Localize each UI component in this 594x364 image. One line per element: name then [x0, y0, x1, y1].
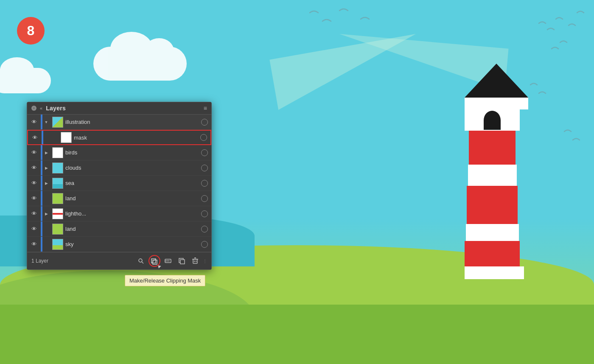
eye-icon-sky[interactable]: 👁	[27, 241, 41, 247]
step-badge: 8	[17, 17, 45, 45]
eye-icon-mask[interactable]: 👁	[28, 134, 42, 141]
lighthouse-window-band	[465, 109, 520, 131]
panel-title-area: × « Layers	[31, 105, 66, 112]
blue-bar-sky	[41, 237, 42, 252]
new-layer-button[interactable]	[176, 255, 188, 267]
svg-rect-10	[193, 259, 197, 263]
expand-arrow-lighthouse[interactable]: ▶	[42, 212, 50, 216]
thumb-land2	[52, 224, 63, 235]
panel-menu-icon[interactable]: ≡	[204, 105, 207, 112]
layers-list: 👁 ▼ illustration 👁 ▶ mask 👁 ▶	[27, 115, 211, 252]
layer-row-mask[interactable]: 👁 ▶ mask	[27, 130, 211, 145]
layer-name-land2: land	[65, 226, 198, 232]
lighthouse-white2	[468, 165, 517, 186]
circle-target-land1	[201, 195, 208, 202]
tooltip-clipping-mask: Make/Release Clipping Mask	[125, 275, 205, 286]
layer-row-birds[interactable]: 👁 ▶ birds	[27, 145, 211, 160]
target-mask[interactable]	[197, 134, 210, 141]
eye-icon-land1[interactable]: 👁	[27, 195, 41, 202]
layers-panel: × « Layers ≡ 👁 ▼ illustration 👁 ▶ mask	[27, 102, 212, 270]
panel-bottom-toolbar: 1 Layer	[27, 252, 211, 269]
thumb-illustration	[52, 117, 63, 128]
eye-icon-land2[interactable]: 👁	[27, 226, 41, 232]
target-clouds[interactable]	[198, 165, 211, 171]
layer-count: 1 Layer	[31, 258, 48, 264]
svg-rect-9	[180, 260, 185, 264]
lighthouse-red3	[465, 241, 520, 266]
circle-target-sky	[201, 241, 208, 248]
eye-icon-lighthouse[interactable]: 👁	[27, 210, 41, 217]
layer-row-land1[interactable]: 👁 ▶ land	[27, 191, 211, 206]
thumb-land1	[52, 193, 63, 204]
circle-target-birds	[201, 149, 208, 156]
new-layer-icon	[178, 258, 185, 264]
expand-arrow-sea[interactable]: ▶	[42, 181, 50, 185]
thumb-clouds	[52, 162, 63, 174]
layer-name-birds: birds	[65, 149, 198, 156]
svg-line-1	[142, 262, 143, 263]
lighthouse-roof	[465, 64, 528, 98]
circle-target-land2	[201, 226, 208, 232]
circle-target-illustration	[201, 119, 208, 126]
eye-icon-clouds[interactable]: 👁	[27, 165, 41, 171]
svg-line-4	[151, 259, 156, 263]
collect-in-new-layer-button[interactable]	[162, 255, 174, 267]
layer-row-sky[interactable]: 👁 ▶ sky	[27, 237, 211, 252]
thumb-mask	[61, 132, 72, 143]
lighthouse-base	[465, 266, 524, 279]
thumb-lighthouse	[52, 208, 63, 219]
search-icon	[138, 258, 144, 264]
make-clipping-mask-button[interactable]	[148, 255, 160, 267]
delete-layer-button[interactable]	[189, 255, 201, 267]
target-illustration[interactable]	[198, 119, 211, 126]
layer-name-clouds: clouds	[65, 165, 198, 171]
lighthouse-red1	[469, 131, 516, 165]
cloud1	[93, 47, 187, 81]
lighthouse-window	[484, 111, 501, 130]
svg-rect-3	[153, 260, 157, 264]
lighthouse-white3	[466, 224, 519, 241]
blue-bar-mask	[42, 131, 43, 144]
badge-number: 8	[27, 23, 35, 39]
eye-icon-illustration[interactable]: 👁	[27, 119, 41, 125]
thumb-sky	[52, 239, 63, 250]
target-birds[interactable]	[198, 149, 211, 156]
circle-target-sea	[201, 180, 208, 187]
lighthouse-red2	[467, 186, 518, 224]
thumb-birds	[52, 147, 63, 158]
layer-row-lighthouse[interactable]: 👁 ▶ lightho...	[27, 206, 211, 221]
land-bottom	[0, 305, 594, 364]
panel-collapse-button[interactable]: «	[40, 106, 42, 111]
target-lighthouse[interactable]	[198, 210, 211, 217]
target-sea[interactable]	[198, 180, 211, 187]
target-sky[interactable]	[198, 241, 211, 248]
layer-row-clouds[interactable]: 👁 ▶ clouds	[27, 160, 211, 176]
circle-target-lighthouse	[201, 210, 208, 217]
lighthouse	[446, 64, 530, 279]
layer-row-land2[interactable]: 👁 ▶ land	[27, 221, 211, 237]
layer-name-land1: land	[65, 195, 198, 202]
circle-target-clouds	[201, 165, 208, 171]
delete-icon	[192, 258, 199, 264]
layer-row-sea[interactable]: 👁 ▶ sea	[27, 176, 211, 191]
expand-arrow-clouds[interactable]: ▶	[42, 166, 50, 170]
panel-titlebar: × « Layers ≡	[27, 102, 211, 115]
target-land2[interactable]	[198, 226, 211, 232]
eye-icon-sea[interactable]: 👁	[27, 180, 41, 186]
layer-name-sea: sea	[65, 180, 198, 186]
target-land1[interactable]	[198, 195, 211, 202]
layer-name-lighthouse: lightho...	[65, 210, 198, 217]
layer-row-illustration[interactable]: 👁 ▼ illustration	[27, 115, 211, 130]
clipping-mask-icon	[151, 257, 158, 265]
search-button[interactable]	[135, 255, 147, 267]
panel-resize[interactable]: ⋮	[203, 259, 207, 263]
thumb-sea	[52, 178, 63, 189]
layer-name-illustration: illustration	[65, 119, 198, 125]
lighthouse-top-white	[465, 98, 528, 109]
expand-arrow-birds[interactable]: ▶	[42, 151, 50, 155]
eye-icon-birds[interactable]: 👁	[27, 149, 41, 156]
collect-icon	[165, 258, 171, 264]
expand-arrow-illustration[interactable]: ▼	[42, 120, 50, 124]
blue-bar-land2	[41, 221, 42, 236]
panel-close-button[interactable]: ×	[31, 106, 36, 111]
